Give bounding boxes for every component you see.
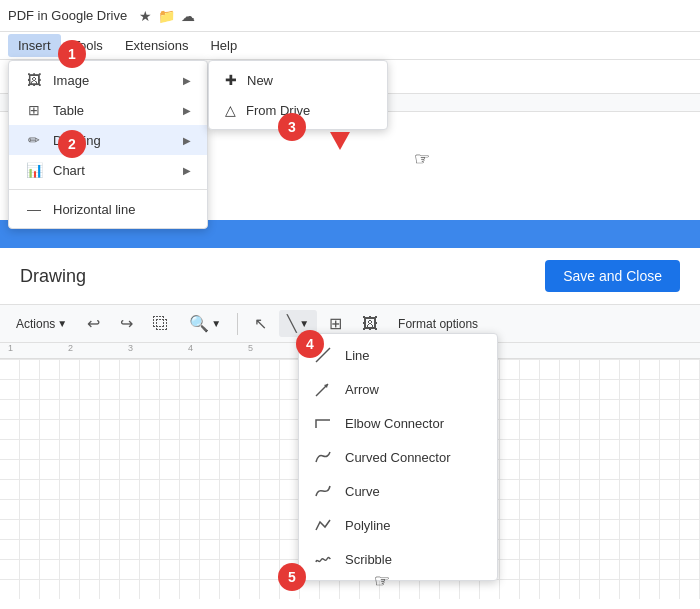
menu-image[interactable]: 🖼 Image ▶	[9, 65, 207, 95]
format-options-label: Format options	[398, 317, 478, 331]
table-label: Table	[53, 103, 84, 118]
menu-bar: Insert Tools Extensions Help	[0, 32, 700, 60]
line-item-polyline[interactable]: Polyline	[299, 508, 497, 542]
folder-icon[interactable]: 📁	[158, 8, 175, 24]
copy-button[interactable]: ⿻	[145, 311, 177, 337]
actions-chevron: ▼	[57, 318, 67, 329]
curved-label: Curved Connector	[345, 450, 451, 465]
save-close-button[interactable]: Save and Close	[545, 260, 680, 292]
menu-item-extensions[interactable]: Extensions	[115, 34, 199, 57]
line-submenu: Line Arrow Elbow Connector Curved Connec…	[298, 333, 498, 581]
chart-label: Chart	[53, 163, 85, 178]
undo-icon: ↩	[87, 314, 100, 333]
scribble-label: Scribble	[345, 552, 392, 567]
arrow-label: Arrow	[345, 382, 379, 397]
redo-button[interactable]: ↪	[112, 310, 141, 337]
curved-icon	[313, 448, 333, 466]
curve-icon	[313, 482, 333, 500]
arrow-line-icon	[313, 380, 333, 398]
line-item-curved[interactable]: Curved Connector	[299, 440, 497, 474]
select-icon: ↖	[254, 314, 267, 333]
actions-label: Actions	[16, 317, 55, 331]
cr-3: 3	[128, 343, 188, 358]
drawing-icon: ✏	[25, 132, 43, 148]
doc-title: PDF in Google Drive	[8, 8, 127, 23]
annotation-1: 1	[58, 40, 86, 68]
new-label: New	[247, 73, 273, 88]
format-options-button[interactable]: Format options	[390, 313, 486, 335]
cr-4: 4	[188, 343, 248, 358]
redo-icon: ↪	[120, 314, 133, 333]
menu-drawing[interactable]: ✏ Drawing ▶	[9, 125, 207, 155]
red-down-arrow	[330, 132, 350, 150]
drawing-arrow: ▶	[183, 135, 191, 146]
zoom-button[interactable]: 🔍 ▼	[181, 310, 229, 337]
zoom-icon: 🔍	[189, 314, 209, 333]
line-tool-icon: ╲	[287, 314, 297, 333]
polyline-label: Polyline	[345, 518, 391, 533]
line-item-arrow[interactable]: Arrow	[299, 372, 497, 406]
cr-2: 2	[68, 343, 128, 358]
cursor-scribble: ☞	[374, 570, 390, 592]
chart-icon: 📊	[25, 162, 43, 178]
cloud-icon[interactable]: ☁	[181, 8, 195, 24]
hline-icon: —	[25, 201, 43, 217]
actions-button[interactable]: Actions ▼	[8, 313, 75, 335]
line-item-elbow[interactable]: Elbow Connector	[299, 406, 497, 440]
submenu-new[interactable]: ✚ New	[209, 65, 387, 95]
star-icon[interactable]: ★	[139, 8, 152, 24]
red-arrow-container	[330, 130, 350, 150]
drawing-title: Drawing	[20, 266, 86, 287]
line-item-curve[interactable]: Curve	[299, 474, 497, 508]
copy-icon: ⿻	[153, 315, 169, 333]
elbow-label: Elbow Connector	[345, 416, 444, 431]
menu-divider	[9, 189, 207, 190]
menu-table[interactable]: ⊞ Table ▶	[9, 95, 207, 125]
annotation-3: 3	[278, 113, 306, 141]
chart-arrow: ▶	[183, 165, 191, 176]
scribble-icon	[313, 550, 333, 568]
line-item-line[interactable]: Line	[299, 338, 497, 372]
polyline-icon	[313, 516, 333, 534]
top-bar: PDF in Google Drive ★ 📁 ☁	[0, 0, 700, 32]
menu-item-help[interactable]: Help	[200, 34, 247, 57]
image-insert-icon: 🖼	[362, 315, 378, 333]
menu-horizontal-line[interactable]: — Horizontal line	[9, 194, 207, 224]
cursor: ☞	[414, 148, 430, 170]
line-chevron: ▼	[299, 318, 309, 329]
table-icon: ⊞	[25, 102, 43, 118]
crop-icon: ⊞	[329, 314, 342, 333]
drive-icon: △	[225, 102, 236, 118]
insert-dropdown: 🖼 Image ▶ ⊞ Table ▶ ✏ Drawing ▶ 📊 Chart …	[8, 60, 208, 229]
elbow-icon	[313, 414, 333, 432]
image-label: Image	[53, 73, 89, 88]
new-icon: ✚	[225, 72, 237, 88]
cr-1: 1	[8, 343, 68, 358]
line-item-scribble[interactable]: Scribble	[299, 542, 497, 576]
hline-label: Horizontal line	[53, 202, 135, 217]
top-bar-icons: ★ 📁 ☁	[139, 8, 195, 24]
annotation-5: 5	[278, 563, 306, 591]
curve-label: Curve	[345, 484, 380, 499]
menu-chart[interactable]: 📊 Chart ▶	[9, 155, 207, 185]
toolbar-sep	[237, 313, 238, 335]
annotation-4: 4	[296, 330, 324, 358]
zoom-chevron: ▼	[211, 318, 221, 329]
undo-button[interactable]: ↩	[79, 310, 108, 337]
table-arrow: ▶	[183, 105, 191, 116]
select-button[interactable]: ↖	[246, 310, 275, 337]
line-label: Line	[345, 348, 370, 363]
image-arrow: ▶	[183, 75, 191, 86]
image-icon: 🖼	[25, 72, 43, 88]
annotation-2: 2	[58, 130, 86, 158]
drawing-header: Drawing Save and Close	[0, 248, 700, 305]
menu-item-insert[interactable]: Insert	[8, 34, 61, 57]
